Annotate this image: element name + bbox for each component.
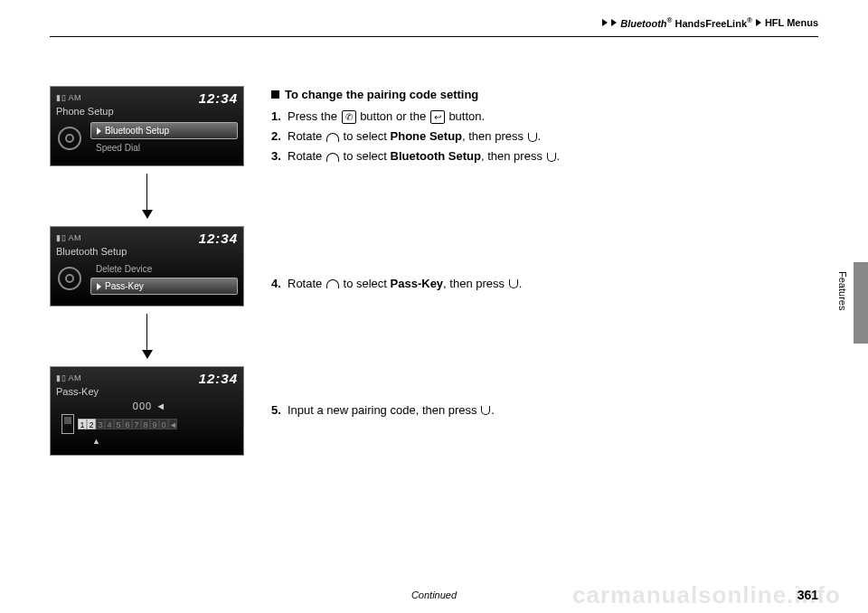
menu-item-selected: Pass-Key [90,278,238,295]
digit: 2 [87,419,96,429]
page: Bluetooth® HandsFreeLink® HFL Menus ▮▯ A… [0,0,868,613]
digit: 9 [150,419,159,429]
pickup-button-icon: ✆ [342,110,356,124]
breadcrumb-item: HFL Menus [765,17,818,28]
menu-item: Speed Dial [90,141,238,155]
digit: 4 [105,419,114,429]
menu-item-selected: Bluetooth Setup [90,122,238,139]
step-3: 3. Rotate to select Bluetooth Setup, the… [271,147,818,165]
step-2: 2. Rotate to select Phone Setup, then pr… [271,127,818,146]
digit: 3 [96,419,105,429]
breadcrumb-arrow-icon [602,19,608,26]
breadcrumb-item: Bluetooth® HandsFreeLink® [620,16,752,29]
digit: 5 [114,419,123,429]
digit: 0 [159,419,168,429]
side-tab [854,262,868,344]
signal-icon: ▮▯ AM [56,93,81,102]
rotate-dial-icon [326,279,339,288]
screen-bluetooth-setup: ▮▯ AM 12:34 Bluetooth Setup Delete Devic… [50,226,244,306]
breadcrumb: Bluetooth® HandsFreeLink® HFL Menus [602,16,818,29]
press-dial-icon [509,279,518,288]
screenshots-column: ▮▯ AM 12:34 Phone Setup Bluetooth Setup … [50,86,244,456]
screen-phone-setup: ▮▯ AM 12:34 Phone Setup Bluetooth Setup … [50,86,244,166]
digit: 8 [141,419,150,429]
phone-icon [61,414,74,434]
flow-arrow-icon [142,314,153,359]
signal-icon: ▮▯ AM [56,233,81,242]
press-dial-icon [547,153,556,162]
gear-icon [56,260,83,297]
press-dial-icon [528,133,537,142]
breadcrumb-arrow-icon [756,19,761,26]
screen-title: Bluetooth Setup [56,246,238,257]
screen-title: Phone Setup [56,106,238,117]
rotate-dial-icon [326,153,339,162]
side-label: Features [837,271,848,310]
breadcrumb-arrow-icon [611,19,617,26]
digit: 1 [78,419,87,429]
clock: 12:34 [199,90,238,106]
screen-title: Pass-Key [56,386,238,397]
digit: 6 [123,419,132,429]
content: ▮▯ AM 12:34 Phone Setup Bluetooth Setup … [50,86,818,456]
rotate-dial-icon [326,133,339,142]
screen-passkey: ▮▯ AM 12:34 Pass-Key 000 ◄ 1 2 3 4 5 [50,366,244,456]
passkey-code: 000 ◄ [61,401,238,411]
flow-arrow-icon [142,174,153,219]
square-bullet-icon [271,90,279,99]
caret-up-icon: ▲ [61,437,238,446]
back-button-icon: ↩ [430,110,445,124]
step-1: 1. Press the ✆ button or the ↩ button. [271,108,818,126]
footer-continued: Continued [0,589,868,600]
signal-icon: ▮▯ AM [56,373,81,382]
digit-row: 1 2 3 4 5 6 7 8 9 0 ◄ [78,419,177,429]
clock: 12:34 [199,371,238,386]
step-5: 5. Input a new pairing code, then press … [271,401,818,420]
digit: 7 [132,419,141,429]
instructions-column: To change the pairing code setting 1. Pr… [271,86,818,456]
page-number: 361 [797,588,818,602]
digit-back-icon: ◄ [168,419,177,429]
clock: 12:34 [199,231,238,246]
menu-item: Delete Device [90,262,238,276]
section-heading: To change the pairing code setting [271,86,818,104]
press-dial-icon [481,406,490,415]
step-4: 4. Rotate to select Pass-Key, then press… [271,275,818,293]
top-rule [50,36,818,37]
gear-icon [56,120,83,156]
